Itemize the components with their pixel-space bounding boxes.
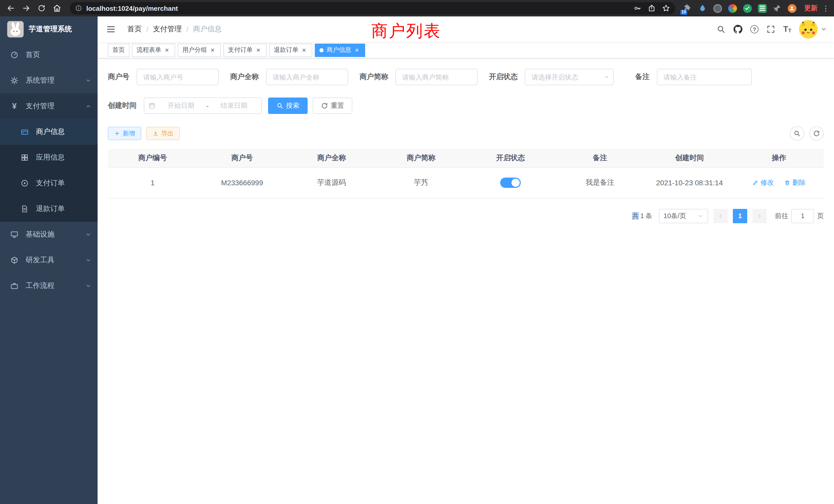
breadcrumb-current: 商户信息 <box>193 25 222 34</box>
page-content: 商户号 商户全称 商户简称 开启状态 <box>97 59 834 504</box>
export-button[interactable]: 导出 <box>146 127 180 140</box>
share-icon[interactable] <box>648 4 656 12</box>
create-time-range-picker[interactable]: 开始日期 - 结束日期 <box>144 97 262 114</box>
help-icon[interactable]: ? <box>750 25 759 33</box>
sidebar-item-home[interactable]: 首页 <box>0 42 97 68</box>
bookmark-star-icon[interactable] <box>662 4 670 12</box>
status-select[interactable] <box>525 69 614 85</box>
col-short-name: 商户简称 <box>376 149 466 167</box>
hamburger-icon[interactable] <box>97 24 124 35</box>
font-size-icon[interactable]: TT <box>783 25 791 33</box>
extensions-puzzle-icon[interactable]: 10 <box>682 3 693 13</box>
col-status: 开启状态 <box>466 149 555 167</box>
sidebar-item-system[interactable]: 系统管理 <box>0 68 97 93</box>
merchant-table: 商户编号 商户号 商户全称 商户简称 开启状态 备注 创建时间 操作 1 <box>108 149 824 198</box>
avatar <box>799 20 817 39</box>
close-icon[interactable]: × <box>209 46 216 54</box>
sidebar-item-workflow[interactable]: 工作流程 <box>0 273 97 299</box>
calendar-icon <box>148 102 156 109</box>
merchant-status-toggle[interactable] <box>500 178 521 188</box>
chevron-down-icon <box>85 283 91 289</box>
page-number-button[interactable]: 1 <box>733 209 747 223</box>
tab-refund-order[interactable]: 退款订单× <box>269 43 312 57</box>
browser-forward-button[interactable] <box>20 2 33 15</box>
sidebar-item-dev-tools[interactable]: 研发工具 <box>0 247 97 273</box>
active-dot <box>320 48 324 52</box>
green-square-extension-icon[interactable] <box>757 3 767 13</box>
tab-home[interactable]: 首页 <box>108 43 129 57</box>
short-name-input[interactable] <box>395 69 478 85</box>
pagination-total: 共1条 <box>632 211 654 221</box>
breadcrumb-payment[interactable]: 支付管理 <box>153 25 182 34</box>
sidebar-item-app-info[interactable]: 应用信息 <box>0 145 97 170</box>
cell-merchant-id: 1 <box>108 167 197 198</box>
prev-page-button[interactable] <box>713 209 728 223</box>
github-icon[interactable] <box>733 25 743 34</box>
url-bar[interactable]: localhost:1024/pay/merchant <box>70 2 675 14</box>
reset-button[interactable]: 重置 <box>313 97 352 114</box>
goto-page-input[interactable] <box>791 209 814 223</box>
password-key-icon[interactable] <box>633 4 641 12</box>
screen: localhost:1024/pay/merchant 10 更新 ⋮ <box>0 0 834 504</box>
close-icon[interactable]: × <box>301 46 308 54</box>
pin-extension-icon[interactable] <box>772 3 782 13</box>
browser-menu-kebab-icon[interactable]: ⋮ <box>822 4 830 12</box>
page-size-select[interactable]: 10条/页 <box>659 209 708 223</box>
tab-pay-order[interactable]: 支付订单× <box>223 43 266 57</box>
next-page-button[interactable] <box>752 209 767 223</box>
logo-image <box>7 21 24 38</box>
start-date-placeholder[interactable]: 开始日期 <box>158 101 204 110</box>
toggle-search-button[interactable] <box>790 126 804 141</box>
delete-link[interactable]: 删除 <box>784 178 806 187</box>
box-icon <box>10 256 19 264</box>
grid-icon <box>21 154 29 162</box>
sidebar-item-refund-order[interactable]: 退款订单 <box>0 196 97 222</box>
app-logo[interactable]: 芋道管理系统 <box>0 17 97 42</box>
full-name-label: 商户全称 <box>230 72 259 82</box>
tab-process-form[interactable]: 流程表单× <box>132 43 175 57</box>
sidebar-item-pay-order[interactable]: 支付订单 <box>0 170 97 196</box>
col-create-time: 创建时间 <box>645 149 734 167</box>
sidebar-item-infrastructure[interactable]: 基础设施 <box>0 222 97 247</box>
browser-reload-button[interactable] <box>35 2 48 15</box>
sidebar-item-payment[interactable]: ¥ 支付管理 <box>0 93 97 119</box>
search-icon[interactable] <box>717 25 726 34</box>
sidebar-item-merchant-info[interactable]: 商户信息 <box>0 119 97 145</box>
chevron-down-icon <box>85 77 91 84</box>
search-button[interactable]: 搜索 <box>268 97 308 114</box>
end-date-placeholder[interactable]: 结束日期 <box>211 101 257 110</box>
breadcrumb: 首页 / 支付管理 / 商户信息 <box>127 25 222 34</box>
remark-input[interactable] <box>657 69 752 85</box>
edit-link[interactable]: 修改 <box>752 178 774 187</box>
extension-badge: 10 <box>680 10 687 15</box>
orange-avatar-extension-icon[interactable] <box>787 3 797 13</box>
browser-back-button[interactable] <box>4 2 18 15</box>
full-name-input[interactable] <box>266 69 348 85</box>
add-button[interactable]: 新增 <box>108 127 141 140</box>
create-time-label: 创建时间 <box>108 101 137 110</box>
refresh-table-button[interactable] <box>809 126 824 141</box>
user-avatar-menu[interactable] <box>799 20 827 39</box>
chevron-down-icon <box>85 231 91 238</box>
remark-label: 备注 <box>635 72 650 82</box>
browser-update-button[interactable]: 更新 <box>804 4 817 13</box>
caret-down-icon <box>821 26 827 32</box>
close-icon[interactable]: × <box>353 46 360 54</box>
fullscreen-icon[interactable] <box>766 25 775 34</box>
breadcrumb-home[interactable]: 首页 <box>127 25 142 34</box>
browser-home-button[interactable] <box>50 2 64 15</box>
tab-merchant-info[interactable]: 商户信息× <box>315 43 365 57</box>
close-icon[interactable]: × <box>163 46 171 54</box>
colorful-circle-extension-icon[interactable] <box>727 3 738 13</box>
site-info-icon[interactable] <box>75 5 82 12</box>
green-circle-extension-icon[interactable] <box>742 3 752 13</box>
col-merchant-no: 商户号 <box>197 149 287 167</box>
monitor-icon <box>10 230 19 239</box>
gray-circle-extension-icon[interactable] <box>712 3 723 13</box>
col-actions: 操作 <box>734 149 824 167</box>
close-icon[interactable]: × <box>255 46 262 54</box>
tab-user-group[interactable]: 用户分组× <box>178 43 221 57</box>
cell-create-time: 2021-10-23 08:31:14 <box>645 167 734 198</box>
drop-extension-icon[interactable] <box>697 3 708 13</box>
merchant-no-input[interactable] <box>137 69 219 85</box>
